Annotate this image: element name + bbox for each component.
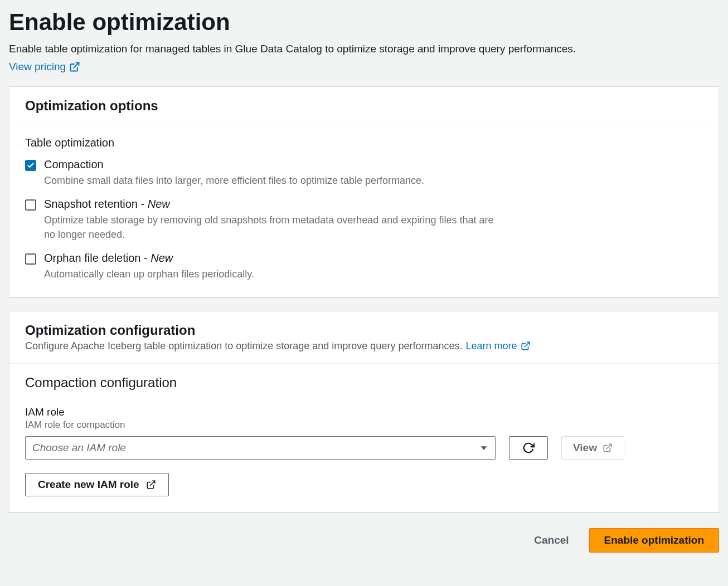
panel-body: Compaction configuration IAM role IAM ro…: [9, 364, 719, 512]
svg-marker-2: [481, 446, 487, 450]
optimization-configuration-panel: Optimization configuration Configure Apa…: [9, 311, 719, 512]
option-title: Orphan file deletion - New: [44, 252, 254, 265]
refresh-button[interactable]: [509, 436, 548, 460]
check-icon: [27, 162, 35, 169]
button-label: View: [573, 442, 597, 454]
view-pricing-link[interactable]: View pricing: [9, 61, 80, 73]
compaction-checkbox[interactable]: [25, 160, 36, 171]
option-desc: Optimize table storage by removing old s…: [44, 213, 501, 242]
page-title: Enable optimization: [9, 0, 719, 36]
select-placeholder: Choose an IAM role: [32, 442, 126, 454]
panel-body: Table optimization Compaction Combine sm…: [9, 125, 719, 297]
iam-role-select[interactable]: Choose an IAM role: [25, 436, 496, 460]
panel-title: Optimization options: [25, 98, 703, 114]
panel-desc-text: Configure Apache Iceberg table optimizat…: [25, 340, 462, 352]
option-desc: Automatically clean up orphan files peri…: [44, 267, 254, 281]
option-title: Snapshot retention - New: [44, 198, 501, 211]
svg-line-4: [150, 481, 154, 485]
iam-role-help: IAM role for compaction: [25, 419, 703, 431]
iam-role-label: IAM role: [25, 406, 703, 418]
external-link-icon: [146, 480, 156, 490]
create-iam-role-button[interactable]: Create new IAM role: [25, 473, 169, 496]
external-link-icon: [69, 61, 80, 72]
caret-down-icon: [479, 443, 488, 452]
section-label: Table optimization: [25, 136, 703, 149]
optimization-options-panel: Optimization options Table optimization …: [9, 86, 719, 297]
enable-optimization-button[interactable]: Enable optimization: [589, 528, 719, 553]
panel-header: Optimization configuration Configure Apa…: [9, 311, 719, 364]
footer-actions: Cancel Enable optimization: [9, 528, 719, 553]
external-link-icon: [521, 341, 531, 351]
svg-line-0: [74, 62, 79, 67]
snapshot-retention-checkbox[interactable]: [25, 199, 36, 211]
page-subtitle: Enable table optimization for managed ta…: [9, 41, 719, 57]
link-label: View pricing: [9, 61, 66, 73]
panel-desc: Configure Apache Iceberg table optimizat…: [25, 340, 703, 352]
view-role-button[interactable]: View: [561, 436, 624, 460]
orphan-file-deletion-checkbox[interactable]: [25, 253, 36, 265]
compaction-config-title: Compaction configuration: [25, 375, 703, 390]
option-title: Compaction: [44, 158, 424, 171]
option-desc: Combine small data files into larger, mo…: [44, 173, 424, 188]
panel-title: Optimization configuration: [25, 323, 703, 338]
svg-line-3: [606, 444, 611, 448]
learn-more-link[interactable]: Learn more: [465, 340, 530, 352]
external-link-icon: [603, 443, 613, 453]
button-label: Create new IAM role: [38, 478, 139, 491]
option-compaction: Compaction Combine small data files into…: [25, 158, 703, 188]
option-snapshot-retention: Snapshot retention - New Optimize table …: [25, 198, 703, 242]
svg-line-1: [525, 343, 529, 347]
option-orphan-file-deletion: Orphan file deletion - New Automatically…: [25, 252, 703, 281]
panel-header: Optimization options: [9, 87, 719, 125]
refresh-icon: [522, 442, 535, 454]
link-label: Learn more: [465, 340, 517, 352]
cancel-button[interactable]: Cancel: [527, 529, 575, 552]
